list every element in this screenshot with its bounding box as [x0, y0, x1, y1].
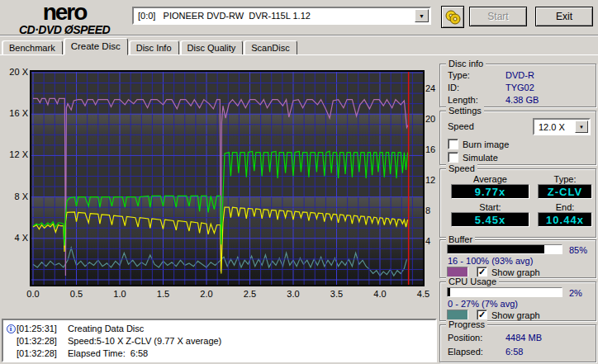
info-icon: i	[7, 324, 16, 333]
simulate-label: Simulate	[463, 153, 498, 163]
log-message: Elapsed Time: 6:58	[68, 347, 148, 360]
right-axis-tick: 20	[425, 114, 445, 124]
speed-select-dropdown-button[interactable]: ▼	[575, 121, 588, 133]
disc-options-button[interactable]	[441, 6, 464, 28]
speed-group: Speed Average Type: 9.77x Z-CLV Start: E…	[439, 168, 596, 238]
buffer-meter-fill	[448, 245, 544, 253]
average-speed-lcd: 9.77x	[451, 184, 529, 199]
log-entry[interactable]: [01:32:28]Speed:5-10 X Z-CLV (9.77 X ave…	[5, 335, 434, 347]
x-axis-tick: 4.5	[413, 289, 434, 299]
speed-group-title: Speed	[446, 163, 477, 174]
disc-length-label: Length:	[448, 95, 478, 105]
cpu-range: 0 - 27% (7% avg)	[448, 299, 518, 309]
end-speed-lcd: 10.44x	[538, 212, 592, 227]
x-axis-tick: 2.0	[196, 289, 217, 299]
position-label: Position:	[448, 333, 482, 343]
log-entry[interactable]: i[01:25:31]Creating Data Disc	[5, 323, 434, 335]
log-message: Speed:5-10 X Z-CLV (9.77 X average)	[68, 335, 221, 347]
settings-group: Settings Speed 12.0 X ▼ Burn image Simul…	[439, 111, 596, 165]
chevron-down-icon: ▼	[419, 13, 425, 19]
tab-scandisc[interactable]: ScanDisc	[244, 40, 297, 55]
left-axis-tick: 8 X	[3, 191, 28, 201]
settings-title: Settings	[446, 106, 484, 116]
elapsed-label: Elapsed:	[448, 347, 483, 357]
speed-type-lcd: Z-CLV	[538, 184, 592, 199]
elapsed-value: 6:58	[505, 347, 523, 357]
disc-info-title: Disc info	[446, 59, 486, 69]
tab-benchmark[interactable]: Benchmark	[2, 40, 63, 55]
disc-id-row: ID: TYG02	[448, 83, 459, 93]
x-axis-tick: 0.0	[22, 289, 44, 299]
nero-logo-text: nero	[2, 1, 127, 24]
cpu-usage-group: CPU Usage 2% 0 - 27% (7% avg) ✓ Show gra…	[439, 281, 596, 321]
disc-id-label: ID:	[448, 83, 459, 92]
left-axis-tick: 12 X	[3, 149, 28, 159]
buffer-show-graph-label: Show graph	[491, 267, 540, 277]
type-label: Type:	[538, 174, 592, 184]
end-label: End:	[538, 202, 592, 212]
disc-length-row: Length: 4.38 GB	[448, 95, 478, 106]
tab-disc-info[interactable]: Disc Info	[129, 40, 179, 55]
position-value: 4484 MB	[505, 333, 542, 343]
log-entry[interactable]: [01:32:28]Elapsed Time: 6:58	[5, 347, 434, 360]
tab-create-disc[interactable]: Create Disc	[64, 38, 128, 55]
progress-title: Progress	[446, 319, 487, 330]
right-axis-tick: 16	[425, 144, 445, 154]
right-axis-tick: 24	[425, 83, 445, 93]
drive-select-combobox[interactable]: [0:0] PIONEER DVD-RW DVR-115L 1.12 ▼	[132, 7, 431, 25]
drive-select-dropdown-button[interactable]: ▼	[415, 9, 429, 22]
speed-setting-label: Speed	[448, 121, 474, 132]
log-timestamp: [01:32:28]	[17, 347, 68, 360]
log-message: Creating Data Disc	[68, 323, 144, 335]
progress-group: Progress Position: 4484 MB Elapsed: 6:58	[439, 324, 596, 362]
right-axis-tick: 8	[425, 206, 445, 215]
disc-id-value: TYG02	[505, 83, 534, 93]
log-timestamp: [01:25:31]	[17, 323, 68, 335]
burn-image-label: Burn image	[463, 139, 509, 149]
elapsed-row: Elapsed: 6:58	[448, 347, 483, 357]
simulate-checkbox-row[interactable]: Simulate	[448, 152, 498, 163]
status-log-list[interactable]: i[01:25:31]Creating Data Disc[01:32:28]S…	[2, 319, 437, 362]
burn-image-checkbox[interactable]	[448, 139, 458, 149]
tab-disc-quality[interactable]: Disc Quality	[180, 40, 244, 55]
x-axis-tick: 4.0	[369, 289, 391, 299]
discs-icon	[444, 9, 462, 26]
start-button[interactable]: Start	[469, 7, 527, 26]
exit-button-label: Exit	[556, 11, 572, 22]
chevron-down-icon: ▼	[579, 125, 584, 130]
burn-image-checkbox-row[interactable]: Burn image	[448, 139, 509, 149]
position-row: Position: 4484 MB	[448, 333, 482, 343]
right-axis-tick: 12	[425, 175, 445, 185]
start-speed-lcd: 5.45x	[451, 212, 529, 227]
disc-length-value: 4.38 GB	[505, 95, 539, 106]
speed-label: Speed	[448, 121, 474, 131]
start-button-label: Start	[487, 11, 508, 22]
x-axis-tick: 3.0	[282, 289, 304, 299]
tab-bar: BenchmarkCreate DiscDisc InfoDisc Qualit…	[2, 38, 298, 55]
cpu-usage-title: CPU Usage	[446, 277, 499, 287]
start-label: Start:	[451, 202, 529, 212]
disc-type-value: DVD-R	[505, 70, 534, 81]
x-axis-tick: 1.5	[153, 289, 174, 299]
x-axis-tick: 2.5	[240, 289, 261, 299]
exit-button[interactable]: Exit	[535, 7, 593, 26]
cpu-percent: 2%	[569, 288, 582, 298]
speed-chart-plot	[30, 70, 425, 286]
nero-logo: nero CD·DVD ØSPEED	[2, 0, 127, 35]
left-axis-tick: 20 X	[3, 67, 28, 77]
simulate-checkbox[interactable]	[448, 152, 458, 163]
cpu-meter-fill	[448, 288, 450, 296]
left-axis-tick: 16 X	[3, 108, 28, 118]
cpu-meter	[447, 287, 562, 297]
average-label: Average	[451, 174, 529, 184]
disc-type-label: Type:	[448, 70, 470, 80]
speed-select-combobox[interactable]: 12.0 X ▼	[533, 118, 591, 135]
buffer-group: Buffer 85% 16 - 100% (93% avg) ✓ Show gr…	[439, 239, 596, 278]
drive-select-value: [0:0] PIONEER DVD-RW DVR-115L 1.12	[134, 11, 415, 21]
left-axis-tick: 4 X	[3, 233, 28, 243]
cd-dvd-speed-logo-text: CD·DVD ØSPEED	[2, 24, 127, 35]
buffer-meter	[447, 244, 562, 254]
buffer-range: 16 - 100% (93% avg)	[448, 256, 533, 266]
speed-select-value: 12.0 X	[534, 122, 575, 132]
right-axis-tick: 4	[425, 236, 445, 246]
